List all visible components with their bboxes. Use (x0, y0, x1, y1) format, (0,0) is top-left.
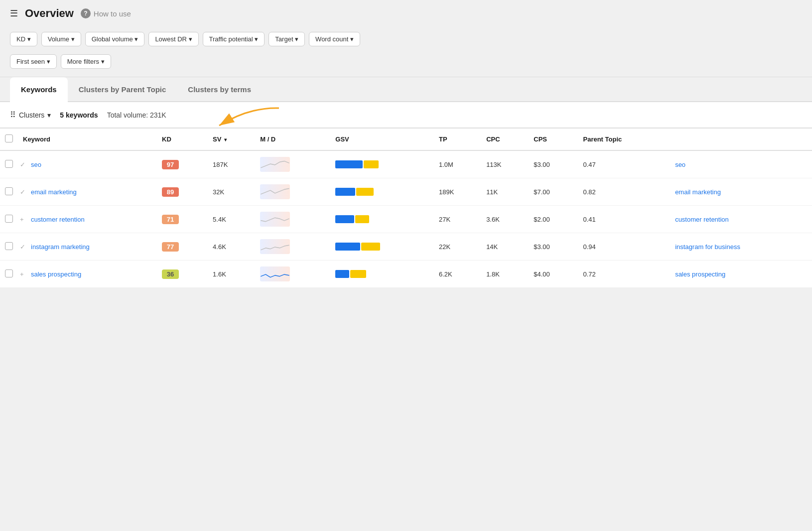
total-volume: Total volume: 231K (107, 111, 166, 119)
keyword-link[interactable]: instagram marketing (31, 243, 90, 251)
tab-clusters-parent[interactable]: Clusters by Parent Topic (68, 77, 177, 102)
parent-topic-link[interactable]: seo (675, 161, 685, 168)
bar-yellow (350, 270, 366, 278)
row-cps: 0.41 (578, 206, 670, 233)
filter-volume[interactable]: Volume ▾ (41, 32, 81, 46)
parent-topic-link[interactable]: email marketing (675, 188, 721, 196)
parent-topic-link[interactable]: instagram for business (675, 243, 740, 251)
filter-word-count[interactable]: Word count ▾ (309, 32, 360, 46)
row-action-cell: + customer retention (18, 206, 157, 233)
kd-badge: 97 (162, 160, 179, 169)
row-checkbox-cell (0, 206, 18, 233)
row-checkbox-cell (0, 261, 18, 288)
row-cpc: $3.00 (529, 233, 578, 261)
row-action-icon: + (20, 270, 27, 278)
row-cpc: $3.00 (529, 150, 578, 178)
filter-traffic-potential[interactable]: Traffic potential ▾ (203, 32, 265, 46)
filter-kd[interactable]: KD ▾ (10, 32, 37, 46)
clusters-arrow: ▾ (47, 111, 51, 119)
table-row: + sales prospecting 36 1.6K 6.2K 1.8K $4… (0, 261, 812, 288)
row-sv: 4.6K (208, 233, 255, 261)
row-action-cell: ✓ instagram marketing (18, 233, 157, 261)
row-sv: 32K (208, 178, 255, 206)
row-cpc: $7.00 (529, 178, 578, 206)
clusters-label: Clusters (19, 111, 44, 119)
bar-blue (335, 188, 355, 196)
md-bar (335, 242, 429, 251)
row-action-icon: ✓ (20, 243, 27, 251)
th-checkbox (0, 129, 18, 151)
row-checkbox[interactable] (5, 187, 13, 195)
row-sparkline (255, 206, 330, 233)
clusters-dropdown[interactable]: ⠿ Clusters ▾ (10, 110, 51, 120)
filter-more-filters[interactable]: More filters ▾ (61, 54, 111, 69)
row-cpc: $2.00 (529, 206, 578, 233)
table-header-row: Keyword KD SV ▾ M / D GSV TP CPC CPS Par… (0, 129, 812, 151)
bar-yellow (364, 160, 379, 168)
row-md (330, 178, 434, 206)
page-title: Overview (25, 7, 74, 20)
bar-blue (335, 215, 354, 223)
row-cps: 0.47 (578, 150, 670, 178)
parent-topic-link[interactable]: sales prospecting (675, 270, 725, 278)
row-action-icon: ✓ (20, 188, 27, 196)
row-sparkline (255, 261, 330, 288)
sparkline-chart (260, 212, 290, 227)
main-content: Keywords Clusters by Parent Topic Cluste… (0, 77, 812, 287)
filter-lowest-dr[interactable]: Lowest DR ▾ (148, 32, 198, 46)
row-md (330, 233, 434, 261)
row-checkbox[interactable] (5, 160, 13, 168)
how-to-use-label[interactable]: How to use (94, 9, 131, 18)
keyword-link[interactable]: seo (31, 161, 41, 168)
row-action-cell: + sales prospecting (18, 261, 157, 288)
row-cps: 0.82 (578, 178, 670, 206)
bar-yellow (356, 188, 374, 196)
row-kd: 36 (157, 261, 208, 288)
parent-topic-link[interactable]: customer retention (675, 216, 729, 223)
bar-yellow (361, 243, 380, 251)
table-row: ✓ email marketing 89 32K 189K 11K $7.00 … (0, 178, 812, 206)
keyword-link[interactable]: email marketing (31, 188, 77, 196)
th-tp: TP (434, 129, 481, 151)
help-icon[interactable]: ? (81, 8, 91, 18)
md-bar (335, 215, 429, 224)
filter-global-volume[interactable]: Global volume ▾ (85, 32, 145, 46)
row-checkbox[interactable] (5, 215, 13, 223)
tab-keywords[interactable]: Keywords (10, 77, 68, 102)
bar-blue (335, 270, 349, 278)
row-cps: 0.94 (578, 233, 670, 261)
kd-badge: 71 (162, 215, 179, 224)
keyword-link[interactable]: customer retention (31, 216, 85, 223)
kd-badge: 77 (162, 242, 179, 252)
row-checkbox[interactable] (5, 242, 13, 250)
app-header: ☰ Overview ? How to use (0, 0, 812, 27)
row-gsv: 189K (434, 178, 481, 206)
row-kd: 89 (157, 178, 208, 206)
row-checkbox[interactable] (5, 269, 13, 277)
bar-blue (335, 160, 363, 168)
tab-clusters-terms[interactable]: Clusters by terms (177, 77, 262, 102)
th-cpc: CPC (481, 129, 529, 151)
row-tp: 113K (481, 150, 529, 178)
row-tp: 3.6K (481, 206, 529, 233)
th-parent-topic: Parent Topic (578, 129, 670, 151)
row-checkbox-cell (0, 233, 18, 261)
sparkline-chart (260, 157, 290, 172)
row-kd: 97 (157, 150, 208, 178)
menu-icon[interactable]: ☰ (10, 8, 18, 19)
row-sparkline (255, 150, 330, 178)
keywords-table: Keyword KD SV ▾ M / D GSV TP CPC CPS Par… (0, 128, 812, 287)
table-row: ✓ seo 97 187K 1.0M 113K $3.00 0.47 seo (0, 150, 812, 178)
tabs-row: Keywords Clusters by Parent Topic Cluste… (0, 77, 812, 102)
filters-bar: KD ▾ Volume ▾ Global volume ▾ Lowest DR … (0, 27, 812, 77)
bar-blue (335, 243, 360, 251)
filter-target[interactable]: Target ▾ (269, 32, 305, 46)
select-all-checkbox[interactable] (5, 134, 13, 142)
keyword-link[interactable]: sales prospecting (31, 270, 81, 278)
row-gsv: 1.0M (434, 150, 481, 178)
row-checkbox-cell (0, 150, 18, 178)
row-kd: 77 (157, 233, 208, 261)
row-tp: 14K (481, 233, 529, 261)
row-gsv: 27K (434, 206, 481, 233)
filter-first-seen[interactable]: First seen ▾ (10, 54, 57, 69)
